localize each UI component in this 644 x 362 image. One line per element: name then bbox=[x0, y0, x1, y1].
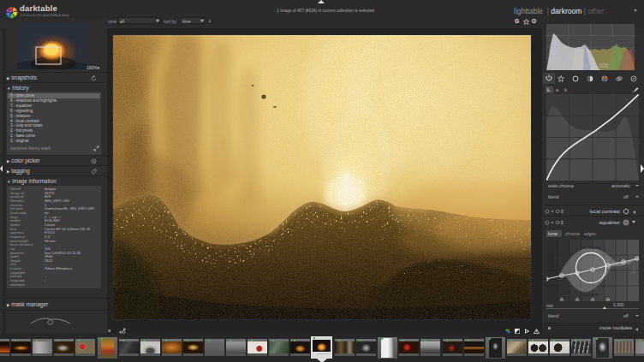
svg-text:2· f/13.0 84mm iso 100: 2· f/13.0 84mm iso 100 bbox=[549, 62, 609, 68]
svg-text:smooth: smooth bbox=[582, 292, 599, 297]
svg-text:contrasty: contrasty bbox=[581, 245, 601, 250]
svg-text:fine: fine bbox=[631, 265, 636, 274]
svg-text:coarse: coarse bbox=[549, 254, 554, 270]
